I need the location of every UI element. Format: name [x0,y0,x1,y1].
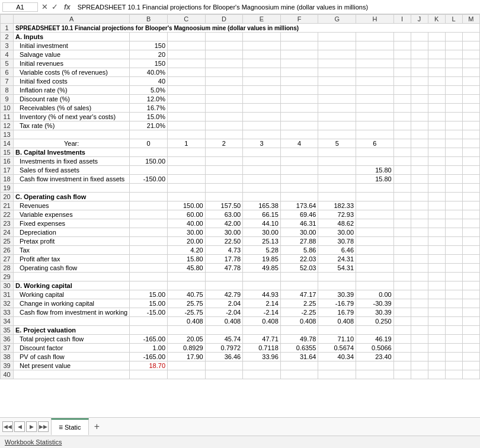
cell[interactable] [356,59,394,68]
cell[interactable] [318,41,356,50]
table-row[interactable]: 23Fixed expenses40.0042.0044.1046.3148.6… [1,219,480,228]
cell[interactable]: -16.79 [318,299,356,308]
cell[interactable] [318,68,356,77]
cell[interactable]: 30.00 [205,228,243,237]
cell[interactable] [356,219,394,228]
col-header-i[interactable]: I [393,15,411,24]
cell[interactable] [318,77,356,86]
cell[interactable]: 48.62 [318,219,356,228]
cell[interactable] [205,104,243,113]
cell[interactable]: 0.408 [280,317,318,326]
cell[interactable] [205,33,243,41]
cell[interactable] [14,273,130,281]
table-row[interactable]: 11Inventory (% of next year's costs)15.0… [1,113,480,121]
cell[interactable]: 0.7972 [205,344,243,353]
cell[interactable]: 30.00 [318,228,356,237]
cell[interactable] [356,246,394,255]
cell[interactable]: 22.50 [205,237,243,246]
cell[interactable] [243,113,281,121]
cell[interactable]: 69.46 [280,210,318,219]
table-row[interactable]: 4Salvage value20 [1,50,480,59]
cell[interactable] [356,273,394,281]
table-row[interactable]: 8Inflation rate (%)5.0% [1,86,480,95]
cell[interactable] [205,370,243,379]
cell[interactable]: 150.00 [168,201,206,210]
table-row[interactable]: 1SPREADSHEET 10.1 Financial projections … [1,24,480,33]
cell[interactable]: 40.75 [168,290,206,299]
cell[interactable]: Receivables (% of sales) [14,104,130,113]
cell[interactable]: Cash flow investment in fixed assets [14,175,130,184]
cell[interactable]: Year: [14,139,130,148]
cell[interactable]: Initial fixed costs [14,77,130,86]
cell[interactable]: Initial revenues [14,59,130,68]
cell[interactable] [243,157,281,166]
cell[interactable]: Inflation rate (%) [14,86,130,95]
cell[interactable]: 60.00 [168,210,206,219]
cell[interactable] [356,50,394,59]
cell[interactable] [168,370,206,379]
cell[interactable]: Salvage value [14,50,130,59]
cell[interactable] [318,175,356,184]
cell[interactable]: 42.00 [205,219,243,228]
table-row[interactable]: 29 [1,273,480,281]
cell[interactable]: 46.31 [280,219,318,228]
cell[interactable] [130,237,168,246]
cell[interactable] [168,77,206,86]
cell[interactable]: 165.38 [243,201,281,210]
cell[interactable]: 45.80 [168,264,206,273]
cell[interactable] [318,148,356,157]
col-header-a[interactable]: A [14,15,130,24]
cell[interactable] [280,184,318,193]
cell[interactable] [168,273,206,281]
cell[interactable]: 0.408 [168,317,206,326]
cell[interactable]: 66.15 [243,210,281,219]
cell[interactable] [168,95,206,104]
cell[interactable] [205,281,243,290]
table-row[interactable]: 22Variable expenses60.0063.0066.1569.467… [1,210,480,219]
table-row[interactable]: 31Working capital15.0040.7542.7944.9347.… [1,290,480,299]
table-row[interactable]: 35E. Project valuation [1,326,480,335]
cell[interactable]: -30.39 [356,299,394,308]
tab-first-btn[interactable]: ◀◀ [2,421,13,432]
cell[interactable] [130,228,168,237]
cell[interactable] [356,68,394,77]
cell[interactable]: 182.33 [318,201,356,210]
cell[interactable]: 19.85 [243,255,281,264]
cell[interactable]: 31.64 [280,353,318,361]
table-row[interactable]: 14Year:0123456 [1,139,480,148]
cell[interactable] [318,121,356,130]
table-row[interactable]: 340.4080.4080.4080.4080.4080.250 [1,317,480,326]
cell[interactable]: -15.00 [130,308,168,317]
cell[interactable] [168,86,206,95]
cell[interactable]: 0.408 [205,317,243,326]
cell[interactable] [280,77,318,86]
cell[interactable]: 6.46 [318,246,356,255]
cell[interactable] [280,121,318,130]
cell[interactable]: 63.00 [205,210,243,219]
cell[interactable] [168,59,206,68]
cell[interactable] [318,104,356,113]
cell[interactable] [243,33,281,41]
table-row[interactable]: 19 [1,184,480,193]
cell[interactable] [280,33,318,41]
cell[interactable] [243,86,281,95]
cell[interactable]: 0.5066 [356,344,394,353]
cell[interactable]: 4.20 [168,246,206,255]
col-header-b[interactable]: B [130,15,168,24]
cell[interactable] [205,273,243,281]
table-row[interactable]: 6Variable costs (% of revenues)40.0% [1,68,480,77]
cell[interactable] [205,86,243,95]
table-row[interactable]: 13 [1,130,480,139]
cell[interactable]: 47.78 [205,264,243,273]
cell[interactable] [356,104,394,113]
table-row[interactable]: 7Initial fixed costs40 [1,77,480,86]
cell[interactable] [318,113,356,121]
cell[interactable]: 44.10 [243,219,281,228]
name-box[interactable] [2,2,38,12]
cell[interactable]: 45.74 [205,335,243,344]
cell[interactable] [130,130,168,139]
cell[interactable]: 49.85 [243,264,281,273]
cell[interactable]: Initial investment [14,41,130,50]
cell[interactable] [243,121,281,130]
formula-input[interactable] [75,3,478,11]
